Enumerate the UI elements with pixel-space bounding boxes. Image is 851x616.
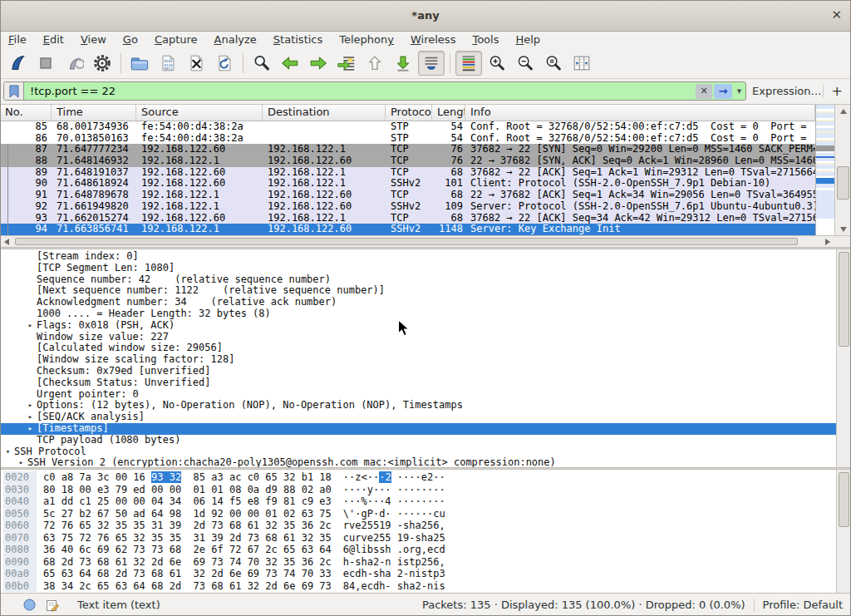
collapsed-expander-icon[interactable]: ▸ xyxy=(24,423,37,435)
detail-line[interactable]: Window size value: 227 xyxy=(0,332,836,343)
packet-row-94[interactable]: 9471.663856741192.168.122.1192.168.122.6… xyxy=(0,224,815,235)
scrollbar-thumb[interactable] xyxy=(15,238,798,245)
collapsed-expander-icon[interactable]: ▸ xyxy=(24,400,37,411)
auto-scroll-button[interactable] xyxy=(418,51,445,76)
hex-row-0060[interactable]: 006072 76 65 32 35 35 31 39 2d 73 68 61 … xyxy=(0,520,836,532)
zoom-reset-button[interactable] xyxy=(540,51,567,76)
display-filter-input[interactable]: !tcp.port == 22 ✕ → ▼ xyxy=(3,81,746,101)
detail-line[interactable]: [Checksum Status: Unverified] xyxy=(0,377,836,389)
detail-line[interactable]: ▸SSH Version 2 (encryption:chacha20-poly… xyxy=(0,457,836,467)
capture-options-button[interactable] xyxy=(89,51,116,76)
hex-row-0050[interactable]: 00505c 27 b2 67 50 ad 64 98 1d 92 00 00 … xyxy=(0,508,836,520)
column-header-destination[interactable]: Destination xyxy=(263,105,386,121)
column-header-no[interactable]: No. xyxy=(0,105,52,121)
detail-line[interactable]: ▾SSH Protocol xyxy=(0,446,836,458)
packet-row-90[interactable]: 9071.648618924192.168.122.60192.168.122.… xyxy=(0,178,815,190)
menu-help[interactable]: Help xyxy=(507,32,548,47)
file-reload-button[interactable] xyxy=(211,51,238,76)
file-close-button[interactable] xyxy=(183,51,209,76)
detail-line[interactable]: ▸[SEQ/ACK analysis] xyxy=(0,411,836,423)
filter-bookmark-icon[interactable] xyxy=(4,82,24,100)
zoom-in-button[interactable] xyxy=(484,51,510,76)
filter-clear-button[interactable]: ✕ xyxy=(696,84,712,99)
detail-line[interactable]: 1000 .... = Header Length: 32 bytes (8) xyxy=(0,308,836,320)
packet-row-89[interactable]: 8971.648191037192.168.122.60192.168.122.… xyxy=(0,167,815,179)
packet-row-93[interactable]: 9371.662015274192.168.122.60192.168.122.… xyxy=(0,213,815,224)
detail-line[interactable]: Urgent pointer: 0 xyxy=(0,389,836,401)
detail-line[interactable]: ▸[Timestamps] xyxy=(0,423,836,435)
detail-line[interactable]: [Window size scaling factor: 128] xyxy=(0,354,836,366)
detail-line[interactable]: [Calculated window size: 29056] xyxy=(0,342,836,354)
file-open-button[interactable] xyxy=(126,51,153,76)
resize-columns-button[interactable] xyxy=(568,51,595,76)
column-header-length[interactable]: Length xyxy=(432,105,465,121)
zoom-out-button[interactable] xyxy=(512,51,539,76)
hex-row-00a0[interactable]: 00a065 63 64 68 2d 73 68 61 32 2d 6e 69 … xyxy=(0,568,836,580)
expert-info-icon[interactable] xyxy=(23,599,36,611)
title-bar[interactable]: *any ✕ xyxy=(0,0,851,32)
column-header-time[interactable]: Time xyxy=(52,105,136,121)
menu-go[interactable]: Go xyxy=(115,32,146,47)
go-first-button[interactable] xyxy=(362,51,388,76)
packet-row-85[interactable]: 8568.001734936fe:54:00:d4:38:2aSTP54Conf… xyxy=(0,121,815,133)
detail-line[interactable]: TCP payload (1080 bytes) xyxy=(0,435,836,446)
packet-row-92[interactable]: 9271.661949820192.168.122.1192.168.122.6… xyxy=(0,201,815,213)
detail-line[interactable]: [TCP Segment Len: 1080] xyxy=(0,263,836,274)
hex-row-0090[interactable]: 009068 2d 73 68 61 32 2d 6e 69 73 74 70 … xyxy=(0,556,836,569)
scrollbar-thumb[interactable] xyxy=(837,166,849,200)
collapsed-expander-icon[interactable]: ▸ xyxy=(24,411,37,423)
detail-line[interactable]: ▸Options: (12 bytes), No-Operation (NOP)… xyxy=(0,400,836,411)
expanded-expander-icon[interactable]: ▾ xyxy=(2,446,14,458)
detail-line[interactable]: ▸Flags: 0x018 (PSH, ACK) xyxy=(0,320,836,332)
packet-list-horizontal-scrollbar[interactable] xyxy=(0,235,834,247)
column-header-protocol[interactable]: Protocol xyxy=(386,105,432,121)
packet-row-86[interactable]: 8670.013850163fe:54:00:d4:38:2aSTP54Conf… xyxy=(0,133,815,145)
details-scrollbar[interactable] xyxy=(836,249,851,467)
menu-edit[interactable]: Edit xyxy=(35,32,72,47)
scrollbar-thumb[interactable] xyxy=(839,252,849,347)
hex-row-0040[interactable]: 0040a1 dd c1 25 00 00 04 34 06 14 f5 e8 … xyxy=(0,495,836,508)
bytes-scrollbar[interactable] xyxy=(836,470,851,593)
hex-row-0080[interactable]: 008036 40 6c 69 62 73 73 68 2e 6f 72 67 … xyxy=(0,544,836,556)
capture-start-button[interactable] xyxy=(4,51,31,76)
menu-view[interactable]: View xyxy=(72,32,115,47)
collapsed-expander-icon[interactable]: ▸ xyxy=(15,457,27,467)
detail-line[interactable]: Checksum: 0x79ed [unverified] xyxy=(0,366,836,377)
close-button[interactable]: ✕ xyxy=(831,7,842,22)
go-to-packet-button[interactable] xyxy=(333,51,360,76)
scroll-down-icon[interactable] xyxy=(835,223,851,235)
packet-row-87[interactable]: 8771.647777234192.168.122.60192.168.122.… xyxy=(0,144,815,155)
column-header-info[interactable]: Info xyxy=(465,105,815,121)
add-filter-button[interactable]: + xyxy=(832,83,843,99)
colorize-button[interactable] xyxy=(455,51,482,76)
packet-row-88[interactable]: 8871.648146932192.168.122.1192.168.122.6… xyxy=(0,155,815,167)
scrollbar-thumb[interactable] xyxy=(839,472,849,527)
filter-history-dropdown[interactable]: ▼ xyxy=(733,88,745,95)
filter-apply-button[interactable]: → xyxy=(714,84,732,99)
detail-line[interactable]: [Next sequence number: 1122 (relative se… xyxy=(0,285,836,297)
detail-line[interactable]: Sequence number: 42 (relative sequence n… xyxy=(0,274,836,286)
collapsed-expander-icon[interactable]: ▸ xyxy=(24,320,37,332)
scroll-left-icon[interactable] xyxy=(0,236,13,247)
menu-file[interactable]: File xyxy=(0,32,35,47)
menu-analyze[interactable]: Analyze xyxy=(206,32,265,47)
expression-button[interactable]: Expression… xyxy=(752,85,822,97)
scroll-up-icon[interactable] xyxy=(835,105,851,117)
capture-comment-icon[interactable] xyxy=(46,599,59,612)
menu-capture[interactable]: Capture xyxy=(146,32,206,47)
menu-statistics[interactable]: Statistics xyxy=(265,32,331,47)
go-last-button[interactable] xyxy=(390,51,416,76)
hex-row-0020[interactable]: 0020c0 a8 7a 3c 00 16 93 32 85 a3 ac c0 … xyxy=(0,471,836,484)
capture-restart-button[interactable] xyxy=(61,51,87,76)
hex-row-00b0[interactable]: 00b038 34 2c 65 63 64 68 2d 73 68 61 32 … xyxy=(0,580,836,593)
go-forward-button[interactable] xyxy=(305,51,332,76)
menu-tools[interactable]: Tools xyxy=(464,32,507,47)
column-header-source[interactable]: Source xyxy=(136,105,263,121)
packet-list-minimap[interactable] xyxy=(815,105,834,235)
find-packet-button[interactable] xyxy=(248,51,275,76)
detail-line[interactable]: [Stream index: 0] xyxy=(0,251,836,263)
scroll-right-icon[interactable] xyxy=(821,236,834,247)
status-profile[interactable]: Profile: Default xyxy=(763,599,843,611)
go-back-button[interactable] xyxy=(277,51,303,76)
hex-row-0070[interactable]: 007063 75 72 76 65 32 35 35 31 39 2d 73 … xyxy=(0,532,836,545)
